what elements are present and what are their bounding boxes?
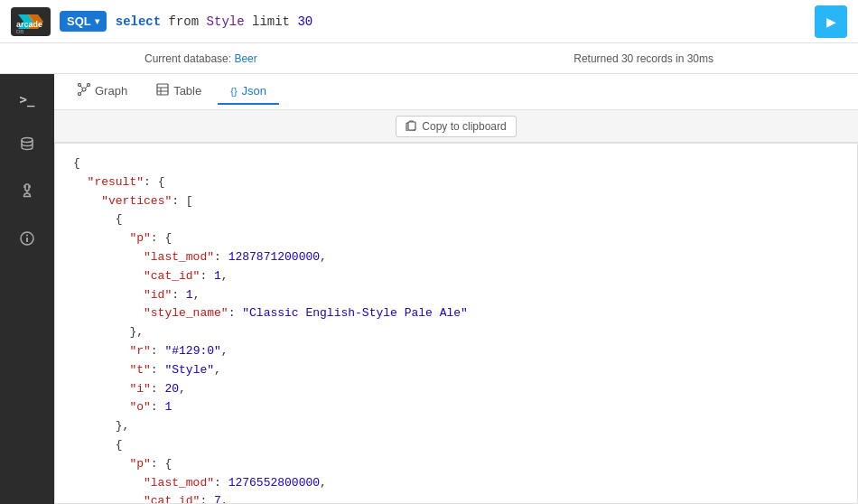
logo: arcade DB (11, 7, 51, 36)
sidebar: >_ (0, 74, 54, 504)
sql-label: SQL (67, 14, 91, 28)
json-viewer[interactable]: { "result": { "vertices": [ { "p": { "la… (54, 143, 858, 504)
main-layout: >_ (0, 74, 858, 504)
run-button[interactable] (815, 5, 847, 38)
tab-table[interactable]: Table (144, 78, 214, 106)
copy-to-clipboard-button[interactable]: Copy to clipboard (396, 116, 516, 137)
tab-json-label: Json (242, 84, 266, 98)
sub-bar: Current database: Beer Returned 30 recor… (0, 43, 858, 74)
sql-badge[interactable]: SQL ▾ (60, 11, 107, 32)
svg-line-18 (80, 91, 82, 93)
svg-rect-6 (25, 184, 29, 191)
svg-line-16 (80, 86, 82, 88)
sidebar-item-terminal[interactable]: >_ (9, 85, 45, 114)
svg-point-14 (88, 84, 90, 87)
clipboard-icon (406, 119, 417, 134)
tabs-bar: Graph Table {} Json (54, 74, 858, 110)
db-name-link[interactable]: Beer (234, 52, 256, 65)
svg-point-5 (22, 138, 33, 143)
svg-point-12 (82, 88, 86, 91)
svg-point-13 (79, 84, 81, 87)
db-info: Current database: Beer (145, 52, 257, 65)
chevron-down-icon: ▾ (95, 16, 99, 26)
svg-text:arcade: arcade (16, 20, 42, 29)
json-toolbar: Copy to clipboard (54, 110, 858, 143)
tab-json[interactable]: {} Json (218, 79, 279, 105)
svg-text:DB: DB (16, 29, 23, 34)
copy-label: Copy to clipboard (422, 120, 506, 133)
sidebar-item-connections[interactable] (9, 179, 45, 208)
sidebar-item-info[interactable] (9, 226, 45, 255)
sidebar-item-database[interactable] (9, 132, 45, 161)
tab-graph-label: Graph (95, 84, 127, 98)
database-icon (19, 136, 35, 156)
info-icon (19, 230, 35, 250)
terminal-icon: >_ (20, 92, 35, 107)
plug-icon (19, 183, 35, 203)
content-area: Graph Table {} Json (54, 74, 858, 504)
svg-line-17 (86, 86, 88, 88)
result-info: Returned 30 records in 30ms (574, 52, 713, 65)
query-display: select from Style limit 30 (116, 14, 806, 29)
graph-tab-icon (78, 83, 90, 98)
svg-rect-23 (408, 122, 415, 130)
json-tab-icon: {} (230, 86, 237, 97)
json-content: { "result": { "vertices": [ { "p": { "la… (73, 154, 839, 504)
svg-rect-19 (157, 84, 168, 95)
svg-point-15 (79, 93, 81, 96)
current-db-label: Current database: (145, 52, 231, 65)
tab-table-label: Table (173, 84, 201, 98)
svg-point-11 (26, 235, 28, 237)
table-tab-icon (156, 83, 169, 98)
top-bar: arcade DB SQL ▾ select from Style limit … (0, 0, 858, 43)
tab-graph[interactable]: Graph (65, 78, 140, 106)
